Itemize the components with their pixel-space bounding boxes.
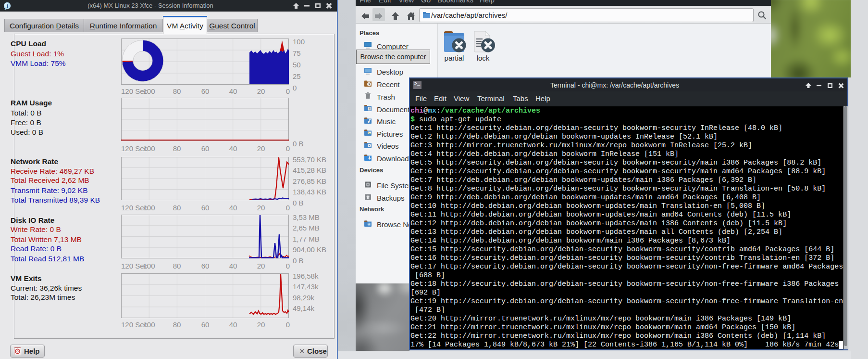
svg-text:i: i — [7, 3, 8, 9]
